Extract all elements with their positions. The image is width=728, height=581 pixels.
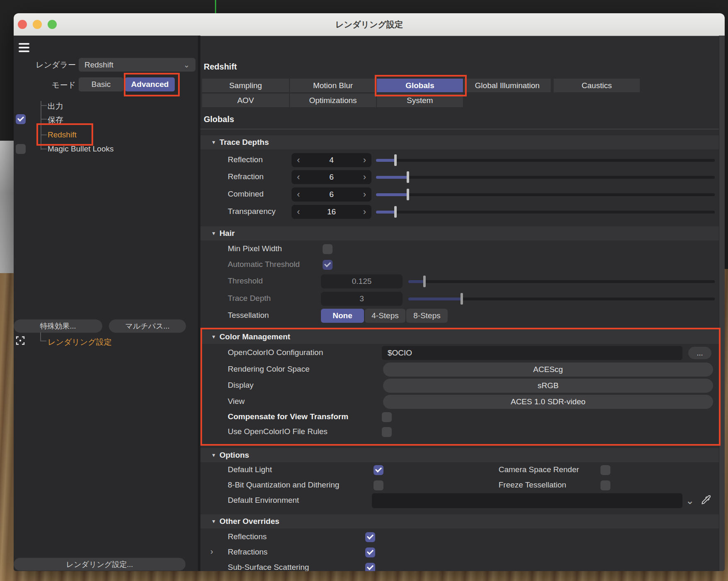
eyedropper-icon[interactable] [700,494,712,507]
tessellation-4steps-button[interactable]: 4-Steps [365,309,405,323]
transparency-slider[interactable] [376,206,715,218]
hair-trace-depth-value[interactable]: 3 [321,292,403,306]
background-green-line [215,0,216,13]
renderer-dropdown[interactable]: Redshift ⌄ [79,58,195,72]
annotation-box-globals [375,75,467,96]
tab-motion-blur[interactable]: Motion Blur [290,79,376,92]
tab-aov[interactable]: AOV [202,94,289,107]
combined-value[interactable]: 6 [329,190,334,199]
collapse-triangle-icon: ▼ [211,519,216,524]
tab-global-illumination[interactable]: Global Illumination [464,79,551,92]
tessellation-8steps-button[interactable]: 8-Steps [406,309,448,323]
freeze-tessellation-checkbox[interactable] [600,480,610,490]
tree-elbow-horizontal [40,341,46,341]
transparency-value[interactable]: 16 [327,207,336,216]
hair-trace-depth-slider[interactable] [408,293,715,305]
tree-tick [41,119,47,120]
sss-label: Sub-Surface Scattering [228,563,309,571]
min-pixel-width-checkbox[interactable] [323,244,333,254]
sss-checkbox[interactable] [365,563,375,571]
default-light-label: Default Light [228,465,272,474]
collapse-triangle-icon: ▼ [211,230,216,236]
section-header-options[interactable]: ▼ Options [200,448,719,462]
threshold-slider[interactable] [408,276,715,287]
renderer-header: Redshift [204,62,237,72]
decrement-icon[interactable]: ‹ [297,190,300,199]
annotation-box-color-management [200,328,721,446]
magic-bullet-checkbox[interactable] [16,144,26,154]
background-viewport-edge [0,141,14,273]
quantization-label: 8-Bit Quantization and Dithering [228,480,339,490]
refraction-stepper[interactable]: ‹ 6 › [292,170,371,184]
decrement-icon[interactable]: ‹ [297,207,300,216]
reflection-label: Reflection [228,155,263,164]
collapse-triangle-icon: ▼ [211,452,216,458]
freeze-tessellation-label: Freeze Tessellation [499,480,566,490]
chevron-down-icon[interactable]: ⌄ [686,495,694,507]
reflection-value[interactable]: 4 [329,156,334,165]
mode-basic-button[interactable]: Basic [79,77,123,91]
reflection-slider[interactable] [376,154,715,166]
transparency-stepper[interactable]: ‹ 16 › [292,205,371,219]
renderer-dropdown-value: Redshift [84,60,113,70]
tree-tick [41,105,47,106]
sidebar-item-render-settings[interactable]: レンダリング設定 [48,337,112,348]
chevron-down-icon: ⌄ [183,60,190,70]
save-checkbox[interactable] [16,114,26,124]
special-effects-button[interactable]: 特殊効果... [14,319,102,333]
window-title: レンダリング設定 [14,19,725,30]
decrement-icon[interactable]: ‹ [297,156,300,165]
tab-caustics[interactable]: Caustics [554,79,640,92]
default-light-checkbox[interactable] [374,465,383,475]
camera-space-render-label: Camera Space Render [499,465,579,474]
camera-space-render-checkbox[interactable] [600,465,610,475]
render-settings-window: レンダリング設定 レンダラー Redshift ⌄ モード Basic Adva… [14,13,725,571]
default-environment-input[interactable] [372,493,682,508]
hair-trace-depth-label: Trace Depth [228,294,271,303]
refraction-value[interactable]: 6 [329,173,334,182]
reflections-checkbox[interactable] [365,532,375,542]
expand-arrow-icon[interactable]: › [210,547,213,556]
section-header-other-overrides[interactable]: ▼ Other Overrides [200,514,719,528]
quantization-checkbox[interactable] [374,480,383,490]
tessellation-label: Tessellation [228,311,269,320]
sidebar-item-magic-bullet-looks[interactable]: Magic Bullet Looks [48,144,113,154]
reflection-stepper[interactable]: ‹ 4 › [292,153,371,167]
refraction-slider[interactable] [376,171,715,183]
combined-label: Combined [228,190,264,199]
refractions-checkbox[interactable] [365,547,375,557]
mode-label: モード [22,80,76,91]
increment-icon[interactable]: › [363,173,366,182]
min-pixel-width-label: Min Pixel Width [228,244,282,253]
section-header-hair[interactable]: ▼ Hair [200,226,719,240]
annotation-box-redshift [36,123,93,146]
tab-sampling[interactable]: Sampling [202,79,289,92]
sidebar-item-output[interactable]: 出力 [48,101,63,112]
render-settings-bottom-button[interactable]: レンダリング設定... [14,558,186,571]
tab-optimizations[interactable]: Optimizations [290,94,376,107]
multipass-button[interactable]: マルチパス... [109,319,186,333]
threshold-label: Threshold [228,276,263,286]
tree-tick [41,149,47,149]
refraction-label: Refraction [228,172,264,181]
reflections-label: Reflections [228,532,267,541]
page-title: Globals [204,115,234,124]
window-titlebar[interactable]: レンダリング設定 [14,13,725,36]
section-divider [200,129,719,130]
vertical-scrollbar[interactable] [719,36,725,571]
annotation-box-advanced [124,73,180,96]
panel-divider [198,36,200,571]
combined-slider[interactable] [376,189,715,200]
increment-icon[interactable]: › [363,190,366,199]
decrement-icon[interactable]: ‹ [297,173,300,182]
tessellation-none-button[interactable]: None [321,309,364,323]
section-header-trace-depths[interactable]: ▼ Trace Depths [200,135,719,149]
increment-icon[interactable]: › [363,156,366,165]
renderer-label: レンダラー [22,60,76,70]
automatic-threshold-checkbox[interactable] [323,260,333,270]
collapse-triangle-icon: ▼ [211,139,216,145]
combined-stepper[interactable]: ‹ 6 › [292,187,371,202]
hamburger-menu-icon[interactable] [19,43,29,54]
increment-icon[interactable]: › [363,207,366,216]
threshold-value[interactable]: 0.125 [321,274,403,288]
